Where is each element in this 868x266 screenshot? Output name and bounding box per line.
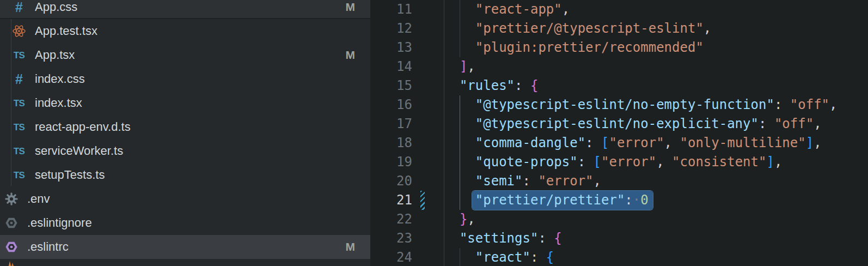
line-number[interactable]: 23 bbox=[370, 229, 412, 248]
code-indent bbox=[444, 2, 475, 17]
code-indent bbox=[444, 192, 475, 208]
token-br3: ] bbox=[766, 154, 774, 170]
line-number[interactable]: 22 bbox=[370, 210, 412, 229]
file-explorer-sidebar: #App.cssMApp.test.tsxTSApp.tsxM#index.cs… bbox=[0, 0, 370, 266]
sidebar-file-App-test-tsx[interactable]: App.test.tsx bbox=[0, 19, 370, 43]
code-indent bbox=[444, 97, 475, 112]
line-number[interactable]: 11 bbox=[370, 0, 412, 19]
code-line-24[interactable]: "react": { bbox=[444, 248, 554, 266]
code-line-22[interactable]: }, bbox=[444, 210, 475, 229]
token-pun: , bbox=[562, 2, 570, 17]
code-line-19[interactable]: "quote-props": ["error", "consistent"], bbox=[444, 153, 782, 172]
react-icon bbox=[12, 24, 26, 38]
token-pun: , bbox=[704, 21, 711, 36]
sidebar-file-index-tsx[interactable]: TSindex.tsx bbox=[0, 91, 370, 115]
line-number[interactable]: 18 bbox=[370, 134, 412, 153]
token-key: "semi" bbox=[475, 173, 523, 189]
file-name-label: .eslintrc bbox=[27, 240, 69, 254]
line-number[interactable]: 21 bbox=[370, 191, 412, 210]
typescript-icon: TS bbox=[12, 120, 26, 134]
token-str: "error" bbox=[609, 135, 664, 150]
file-name-label: serviceWorker.ts bbox=[35, 144, 123, 158]
typescript-icon: TS bbox=[12, 48, 26, 62]
sidebar-file-serviceWorker-ts[interactable]: TSserviceWorker.ts bbox=[0, 139, 370, 163]
code-line-23[interactable]: "settings": { bbox=[444, 229, 562, 248]
line-number[interactable]: 20 bbox=[370, 172, 412, 191]
row-divider bbox=[0, 18, 370, 19]
code-line-13[interactable]: "plugin:prettier/recommended" bbox=[444, 38, 704, 57]
file-name-label: .eslintignore bbox=[27, 216, 92, 230]
code-line-15[interactable]: "rules": { bbox=[444, 76, 538, 95]
token-pun: : bbox=[578, 154, 594, 170]
token-str: "plugin:prettier/recommended" bbox=[475, 40, 704, 55]
token-br3: [ bbox=[594, 154, 601, 170]
code-line-21[interactable]: "prettier/prettier":·0 bbox=[444, 191, 649, 210]
token-pun: : bbox=[585, 135, 601, 150]
file-name-label: App.css bbox=[35, 0, 77, 14]
code-line-18[interactable]: "comma-dangle": ["error", "only-multilin… bbox=[444, 134, 822, 153]
line-number[interactable]: 13 bbox=[370, 38, 412, 57]
token-str: "error" bbox=[538, 173, 593, 189]
code-indent bbox=[444, 231, 460, 246]
css-icon: # bbox=[12, 0, 26, 14]
vscode-window: { "sidebar": { "files": [ {"name": "App.… bbox=[0, 0, 868, 266]
file-name-label: App.tsx bbox=[35, 48, 75, 62]
token-str: "prettier/@typescript-eslint" bbox=[475, 21, 704, 36]
sidebar-file-eslintrc[interactable]: .eslintrcM bbox=[0, 235, 370, 259]
token-br2: { bbox=[530, 78, 538, 93]
sidebar-file-App-css[interactable]: #App.cssM bbox=[0, 0, 370, 19]
token-key: "rules" bbox=[460, 78, 515, 93]
line-number[interactable]: 16 bbox=[370, 95, 412, 114]
token-pun: : bbox=[530, 250, 546, 265]
token-br2: ] bbox=[460, 59, 467, 74]
file-name-label: .env bbox=[27, 192, 50, 206]
modified-line-indicator[interactable] bbox=[420, 191, 425, 210]
token-pun: , bbox=[814, 135, 821, 150]
code-indent bbox=[444, 211, 460, 227]
flame-icon bbox=[7, 260, 18, 266]
token-str: "consistent" bbox=[672, 154, 766, 170]
sidebar-file-index-css[interactable]: #index.css bbox=[0, 67, 370, 91]
sidebar-file-env[interactable]: .env bbox=[0, 187, 370, 211]
code-line-11[interactable]: "react-app", bbox=[444, 0, 570, 19]
line-number[interactable]: 19 bbox=[370, 153, 412, 172]
token-str: "error" bbox=[601, 154, 656, 170]
token-str: "off" bbox=[790, 97, 829, 112]
code-indent bbox=[444, 78, 460, 93]
code-line-16[interactable]: "@typescript-eslint/no-empty-function": … bbox=[444, 95, 837, 114]
line-number[interactable]: 14 bbox=[370, 57, 412, 76]
token-pun: : bbox=[523, 173, 539, 189]
modified-badge: M bbox=[346, 240, 356, 253]
code-indent bbox=[444, 40, 475, 55]
line-number[interactable]: 15 bbox=[370, 76, 412, 95]
token-key: "@typescript-eslint/no-empty-function" bbox=[475, 97, 774, 112]
sidebar-file-eslintignore[interactable]: .eslintignore bbox=[0, 211, 370, 235]
sidebar-file-setupTests-ts[interactable]: TSsetupTests.ts bbox=[0, 163, 370, 187]
eslint-icon bbox=[4, 216, 19, 230]
code-line-14[interactable]: ], bbox=[444, 57, 475, 76]
sidebar-file-App-tsx[interactable]: TSApp.tsxM bbox=[0, 43, 370, 67]
modified-badge: M bbox=[346, 49, 356, 62]
code-line-12[interactable]: "prettier/@typescript-eslint", bbox=[444, 19, 711, 38]
token-br3: [ bbox=[601, 135, 609, 150]
sidebar-file-react-app-env-d-ts[interactable]: TSreact-app-env.d.ts bbox=[0, 115, 370, 139]
token-key: "settings" bbox=[460, 231, 539, 246]
code-line-20[interactable]: "semi": "error", bbox=[444, 172, 601, 191]
token-key: "@typescript-eslint/no-explicit-any" bbox=[475, 116, 759, 131]
token-key: "quote-props" bbox=[475, 154, 578, 170]
line-number[interactable]: 24 bbox=[370, 248, 412, 266]
token-num: 0 bbox=[640, 192, 648, 208]
code-line-17[interactable]: "@typescript-eslint/no-explicit-any": "o… bbox=[444, 114, 822, 134]
token-pun: : bbox=[774, 97, 790, 112]
line-number[interactable]: 12 bbox=[370, 19, 412, 38]
file-name-label: index.css bbox=[35, 72, 85, 86]
token-str: "only-multiline" bbox=[680, 135, 806, 150]
code-editor[interactable]: 11 "react-app",12 "prettier/@typescript-… bbox=[370, 0, 868, 266]
token-pun: , bbox=[594, 173, 601, 189]
code-indent bbox=[444, 135, 475, 150]
token-br3: ] bbox=[806, 135, 814, 150]
code-indent bbox=[444, 116, 475, 131]
token-pun: , bbox=[814, 116, 821, 131]
line-number[interactable]: 17 bbox=[370, 114, 412, 134]
token-pun: : bbox=[625, 192, 632, 208]
